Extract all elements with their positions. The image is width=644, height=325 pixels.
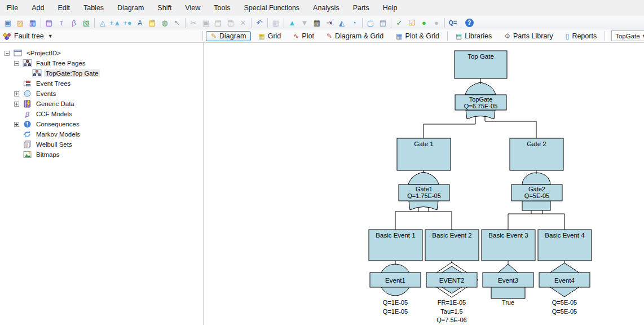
menu-add[interactable]: Add bbox=[25, 0, 51, 16]
menu-edit[interactable]: Edit bbox=[51, 0, 77, 16]
pointer-button[interactable]: ↖ bbox=[171, 17, 183, 29]
top-gate-desc-box-label: Top Gate bbox=[467, 53, 494, 60]
tab-libraries[interactable]: ▤Libraries bbox=[451, 31, 497, 41]
tree-item-events[interactable]: +Events bbox=[0, 89, 204, 99]
q-equals-button[interactable]: Q= bbox=[447, 17, 459, 29]
move-down-icon: ▼ bbox=[301, 19, 308, 27]
new-project-button[interactable]: ▣ bbox=[2, 17, 14, 29]
status-green-button[interactable]: ● bbox=[418, 17, 430, 29]
menu-file[interactable]: File bbox=[0, 0, 25, 16]
computer-icon: ▢ bbox=[367, 19, 374, 27]
expander-plus-icon[interactable]: + bbox=[14, 102, 19, 107]
fit-width-button[interactable]: ⇥ bbox=[323, 17, 336, 29]
beta-icon: β bbox=[23, 110, 32, 118]
tree-item-weibull-sets[interactable]: Weibull Sets bbox=[0, 139, 204, 150]
expander-minus-icon[interactable]: − bbox=[5, 51, 10, 56]
open-button[interactable]: ▨ bbox=[14, 17, 27, 29]
orgchart-icon bbox=[23, 59, 32, 67]
fault-tree-icon bbox=[2, 32, 11, 40]
new-gate-icon: ◬ bbox=[100, 19, 105, 27]
expander-plus-icon[interactable]: + bbox=[14, 91, 19, 96]
topgate-or-gate-top[interactable] bbox=[465, 82, 496, 95]
gate2-and-gate-bottom[interactable] bbox=[522, 201, 550, 210]
gate1-or-gate-bottom[interactable] bbox=[409, 201, 438, 210]
menu-help[interactable]: Help bbox=[376, 0, 404, 16]
tree-item-bitmaps[interactable]: Bitmaps bbox=[0, 150, 204, 160]
page-selector-dropdown[interactable]: TopGate ▼ bbox=[611, 30, 644, 41]
toolbar-separator bbox=[284, 18, 284, 28]
find-gate-icon: ◭ bbox=[339, 19, 345, 27]
add-bitmap-button[interactable]: ▧ bbox=[80, 17, 92, 29]
find-event-button[interactable]: ◔ bbox=[348, 17, 360, 29]
libraries-tab-icon: ▤ bbox=[456, 33, 462, 39]
beta-button[interactable]: β bbox=[68, 17, 80, 29]
tree-item-generic-data[interactable]: +Generic Data bbox=[0, 99, 204, 109]
add-event-button[interactable]: +● bbox=[121, 17, 134, 29]
tree-item-event-trees-label: Event Trees bbox=[34, 80, 72, 87]
tabbar-tabs: ✎Diagram▦Grid∿Plot✎Diagram & Grid▦Plot &… bbox=[205, 31, 603, 41]
menu-tables[interactable]: Tables bbox=[77, 0, 111, 16]
tab-reports-label: Reports bbox=[572, 32, 597, 40]
move-up-button[interactable]: ▲ bbox=[286, 17, 298, 29]
new-project-icon: ▣ bbox=[5, 19, 11, 27]
toolbar-separator bbox=[461, 18, 461, 28]
tau-button[interactable]: τ bbox=[55, 17, 68, 29]
new-gate-button[interactable]: ◬ bbox=[96, 17, 109, 29]
delete-button: ✕ bbox=[237, 17, 249, 29]
page-selector-value: TopGate bbox=[615, 33, 639, 39]
menu-diagram[interactable]: Diagram bbox=[111, 0, 151, 16]
tree-item-ccf-models[interactable]: βCCF Models bbox=[0, 109, 204, 119]
notes-button[interactable]: ▤ bbox=[146, 17, 158, 29]
menu-view[interactable]: View bbox=[178, 0, 207, 16]
tree-item-event-trees[interactable]: Event Trees bbox=[0, 78, 204, 89]
save-button[interactable]: ▦ bbox=[27, 17, 39, 29]
tab-parts-library[interactable]: ⚙Parts Library bbox=[499, 31, 558, 41]
q-equals-icon: Q= bbox=[449, 20, 457, 26]
menu-shift[interactable]: Shift bbox=[151, 0, 178, 16]
undo-button[interactable]: ↶ bbox=[253, 17, 266, 29]
tab-plot[interactable]: ∿Plot bbox=[288, 31, 319, 41]
move-down-button: ▼ bbox=[298, 17, 311, 29]
gate2-and-gate-top[interactable] bbox=[522, 173, 550, 185]
tab-reports[interactable]: ▯Reports bbox=[561, 31, 602, 41]
edit-data-button[interactable]: ▤ bbox=[43, 17, 55, 29]
paste-alt-icon: ▤ bbox=[227, 19, 234, 27]
expander-minus-icon[interactable]: − bbox=[14, 61, 19, 66]
tau-icon: τ bbox=[60, 19, 63, 27]
tab-diagram[interactable]: ✎Diagram bbox=[206, 31, 251, 41]
tab-plot-grid[interactable]: ▦Plot & Grid bbox=[391, 31, 444, 41]
verify-icon: ☑ bbox=[408, 19, 415, 27]
menu-parts[interactable]: Parts bbox=[346, 0, 376, 16]
computer-button[interactable]: ▢ bbox=[364, 17, 377, 29]
tree-item-markov-models[interactable]: Markov Models bbox=[0, 129, 204, 139]
spellcheck-button[interactable]: ✓ bbox=[393, 17, 405, 29]
tree-item-fault-tree-pages[interactable]: −Fault Tree Pages bbox=[0, 58, 204, 68]
tree-item-project[interactable]: −<ProjectID> bbox=[0, 48, 204, 58]
help-button[interactable]: ? bbox=[463, 17, 475, 29]
properties-button[interactable]: ▤ bbox=[377, 17, 389, 29]
menu-analysis[interactable]: Analysis bbox=[306, 0, 346, 16]
svg-text:β: β bbox=[25, 110, 30, 118]
expander-plus-icon[interactable]: + bbox=[14, 122, 19, 127]
topgate-or-gate-value: Q=6.75E-05 bbox=[464, 103, 498, 109]
add-gate-button[interactable]: +▲ bbox=[109, 17, 121, 29]
grid-view-button[interactable]: ▦ bbox=[311, 17, 323, 29]
tree-item-consequences[interactable]: +!Consequences bbox=[0, 119, 204, 129]
add-label-button[interactable]: A bbox=[134, 17, 146, 29]
tab-diagram-grid[interactable]: ✎Diagram & Grid bbox=[321, 31, 389, 41]
menu-special-functions[interactable]: Special Functions bbox=[237, 0, 306, 16]
verify-button[interactable]: ☑ bbox=[405, 17, 418, 29]
paste-icon: ▤ bbox=[215, 19, 222, 27]
beta-icon: β bbox=[72, 19, 76, 27]
menu-tools[interactable]: Tools bbox=[207, 0, 237, 16]
gate1-or-gate-top[interactable] bbox=[408, 172, 439, 185]
topgate-or-gate-bottom[interactable] bbox=[466, 110, 495, 119]
properties-icon: ▤ bbox=[380, 19, 386, 27]
tree-item-topgate-page[interactable]: TopGate:Top Gate bbox=[0, 68, 204, 78]
tree-item-events-label: Events bbox=[34, 90, 58, 98]
tab-grid[interactable]: ▦Grid bbox=[253, 31, 286, 41]
hyperlink-button[interactable]: ◍ bbox=[158, 17, 171, 29]
svg-text:!: ! bbox=[27, 121, 28, 128]
find-gate-button[interactable]: ◭ bbox=[336, 17, 348, 29]
context-selector[interactable]: Fault tree ▼ bbox=[2, 32, 201, 40]
